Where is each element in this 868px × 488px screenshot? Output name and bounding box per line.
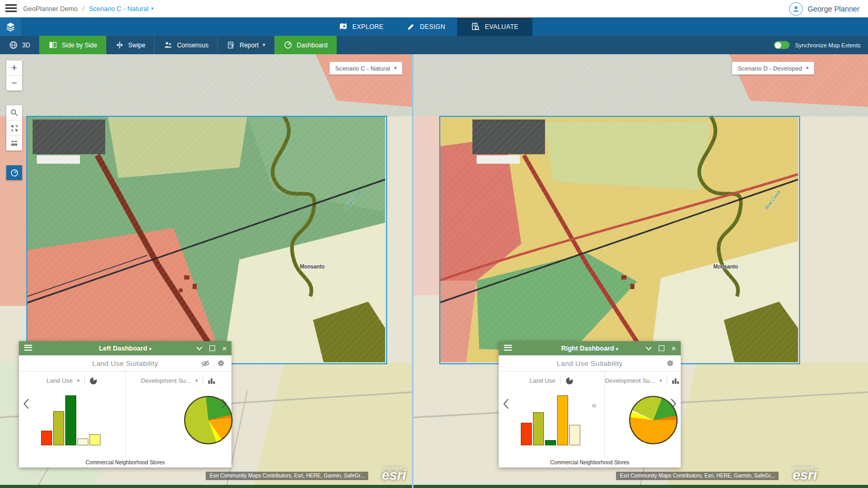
tab-evaluate-label: EVALUATE: [485, 23, 519, 31]
place-label: Monsanto: [300, 264, 325, 270]
land-use-widget: Land Use: [499, 372, 604, 445]
bar-dark-green: [65, 395, 76, 445]
side-by-side-label: Side by Side: [62, 42, 97, 49]
development-selector[interactable]: Development Su... ▾: [125, 374, 231, 387]
maximize-button[interactable]: [209, 345, 215, 351]
left-scenario-select[interactable]: Scenario C - Natural ▾: [329, 62, 402, 75]
maximize-icon: [659, 345, 664, 351]
bar-cream: [569, 425, 580, 445]
user-menu[interactable]: George Planner: [789, 0, 860, 17]
gear-icon[interactable]: [217, 359, 225, 367]
maximize-icon: [209, 345, 215, 351]
globe-icon: [9, 41, 18, 49]
map-container: Monsanto Seal Creek + −: [0, 54, 868, 488]
dashboard-tool-button[interactable]: [6, 165, 22, 180]
land-use-selector-label: Land Use: [530, 377, 556, 384]
map-edge-strip: [0, 485, 412, 488]
panel-window-buttons: ×: [196, 341, 227, 355]
tab-explore[interactable]: EXPLORE: [327, 17, 396, 36]
panel-menu-icon[interactable]: [504, 345, 512, 352]
report-button[interactable]: Report ▾: [218, 36, 275, 54]
right-dashboard-footer: Commercial Neighborhood Stores: [499, 445, 681, 468]
right-scenario-select[interactable]: Scenario D - Developed ▾: [732, 62, 814, 75]
zoom-in-button[interactable]: +: [6, 61, 22, 76]
esri-logo: POWERED BY esri: [793, 466, 817, 482]
land-use-selector[interactable]: Land Use: [499, 374, 604, 387]
visibility-icon[interactable]: [201, 359, 210, 368]
dashboard-button[interactable]: Dashboard: [275, 36, 337, 54]
search-button[interactable]: [6, 105, 22, 121]
maximize-button[interactable]: [659, 345, 664, 351]
caret-down-icon: ▾: [394, 66, 397, 71]
esri-logo: POWERED BY esri: [382, 466, 406, 482]
carousel-next-button[interactable]: [221, 398, 227, 410]
tab-evaluate[interactable]: EVALUATE: [457, 17, 532, 36]
expand-icon: [11, 124, 18, 132]
geoplanner-app: { "header": { "app_title": "GeoPlanner D…: [0, 0, 868, 488]
person-icon: [792, 5, 800, 13]
land-use-selector[interactable]: Land Use ▾: [19, 374, 125, 387]
tab-design[interactable]: DESIGN: [395, 17, 457, 36]
collapse-widget-button[interactable]: «: [592, 400, 597, 411]
zoom-out-button[interactable]: −: [6, 76, 22, 91]
development-widget: Development Su... ▾: [604, 372, 681, 445]
pie-chart-icon[interactable]: [89, 377, 97, 385]
layers-button[interactable]: [0, 17, 21, 36]
full-extent-button[interactable]: [6, 121, 22, 136]
collapse-button[interactable]: [645, 346, 652, 351]
esri-wordmark: esri: [382, 467, 406, 483]
scenario-link-label: Scenario C - Natural: [89, 5, 148, 13]
left-dashboard-footer-label: Commercial Neighborhood Stores: [19, 460, 231, 465]
close-button[interactable]: ×: [671, 344, 676, 352]
main-navbar: EXPLORE DESIGN EVALUATE: [0, 17, 868, 36]
side-by-side-button[interactable]: Side by Side: [39, 36, 106, 54]
panel-menu-icon[interactable]: [24, 345, 32, 352]
dashboard-icon: [284, 41, 292, 49]
carousel-prev-button[interactable]: [503, 398, 509, 410]
pencil-icon: [407, 23, 415, 31]
caret-down-icon: ▾: [196, 379, 198, 383]
close-button[interactable]: ×: [222, 344, 227, 352]
development-selector-label: Development Su...: [605, 377, 655, 384]
left-map-controls: + −: [6, 61, 22, 187]
pie-chart-icon[interactable]: [566, 377, 573, 385]
sync-extents-control: Synchronize Map Extents: [774, 36, 868, 54]
breadcrumb-separator: /: [83, 5, 84, 13]
sync-extents-toggle[interactable]: [774, 41, 790, 49]
consensus-button[interactable]: Consensus: [155, 36, 218, 54]
right-dashboard-body: Land Use Development Su... ▾: [499, 372, 681, 445]
development-widget: Development Su... ▾: [125, 372, 231, 445]
left-scenario-value: Scenario C - Natural: [335, 65, 390, 72]
right-map-pane: Monsanto Seal Creek Scenario D - Develop…: [413, 54, 868, 488]
bar-chart-icon[interactable]: [208, 377, 216, 385]
bar-chart-icon[interactable]: [672, 377, 680, 385]
chevron-left-icon: [23, 398, 29, 410]
place-label: Monsanto: [713, 264, 738, 270]
left-dashboard-header[interactable]: Left Dashboard ▾ ×: [19, 341, 231, 355]
scenario-breadcrumb-link[interactable]: Scenario C - Natural ▾: [89, 5, 154, 13]
divider: [560, 376, 561, 385]
right-dashboard-title: Right Dashboard: [561, 345, 614, 352]
menu-icon[interactable]: [5, 4, 17, 13]
collapse-button[interactable]: [196, 346, 203, 351]
left-dashboard-subtitle: Land Use Suitability: [19, 360, 231, 367]
carousel-prev-button[interactable]: [23, 398, 29, 410]
divider: [667, 376, 667, 385]
3d-button[interactable]: 3D: [0, 36, 39, 54]
land-use-bar-chart: [521, 395, 580, 445]
evaluate-icon: [471, 22, 480, 32]
gear-icon[interactable]: [666, 359, 674, 367]
chevron-down-icon: [645, 346, 652, 351]
user-name: George Planner: [808, 5, 860, 13]
swipe-button[interactable]: Swipe: [106, 36, 155, 54]
right-dashboard-subtitle: Land Use Suitability: [499, 360, 681, 367]
right-dashboard-subheader: Land Use Suitability: [499, 355, 681, 372]
development-selector[interactable]: Development Su... ▾: [604, 374, 681, 387]
measure-button[interactable]: [6, 136, 22, 151]
left-dashboard-panel: Left Dashboard ▾ × Land Use Suitability: [19, 341, 231, 467]
development-selector-label: Development Su...: [141, 377, 191, 384]
right-dashboard-header[interactable]: Right Dashboard ▾ ×: [499, 341, 681, 355]
chevron-right-icon: [670, 398, 677, 410]
map-edge-strip: [413, 485, 868, 488]
carousel-next-button[interactable]: [670, 398, 677, 410]
